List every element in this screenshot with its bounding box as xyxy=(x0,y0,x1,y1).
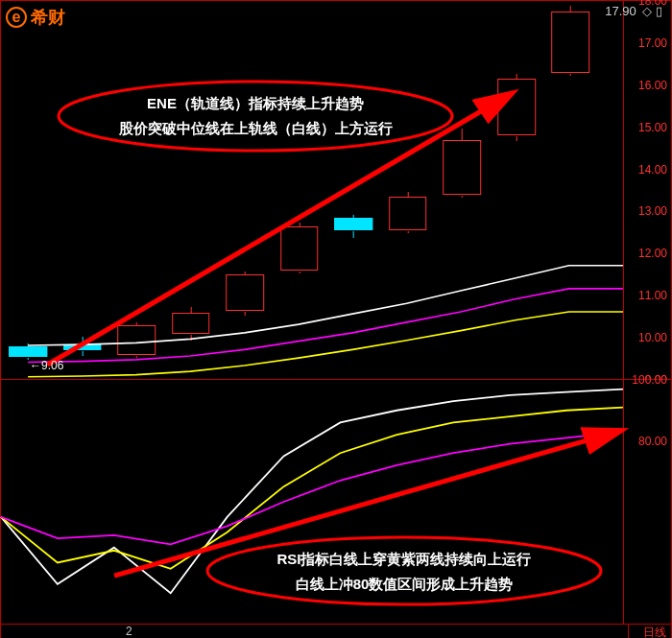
annotation-ene-line1: ENE（轨道线）指标持续上升趋势 xyxy=(77,91,434,116)
annotation-ene-line2: 股价突破中位线在上轨线（白线）上方运行 xyxy=(77,116,434,141)
y-tick: 10.00 xyxy=(638,331,667,344)
top-right-glyphs: ◇ ▯ xyxy=(642,4,662,18)
brand-name: 希财 xyxy=(31,6,65,29)
annotation-rsi-line2: 白线上冲80数值区间形成上升趋势 xyxy=(226,572,583,597)
price-panel: 9.0010.0011.0012.0013.0014.0015.0016.001… xyxy=(0,0,672,379)
annotation-rsi-line1: RSI指标白线上穿黄紫两线持续向上运行 xyxy=(226,547,583,572)
y-tick: 14.00 xyxy=(638,163,667,177)
rsi-y-axis: 80.00100.00 xyxy=(623,380,671,624)
top-right-readout: 17.90 ◇ ▯ xyxy=(602,4,662,18)
last-price-label: 17.90 xyxy=(605,4,636,18)
x-tick: 2 xyxy=(126,625,132,638)
low-marker: ←9.06 xyxy=(30,359,63,372)
x-axis-footer: 2 日线 xyxy=(0,624,672,638)
timeframe-label: 日线 xyxy=(643,625,666,638)
annotation-rsi: RSI指标白线上穿黄紫两线持续向上运行 白线上冲80数值区间形成上升趋势 xyxy=(203,533,606,608)
y-tick: 100.00 xyxy=(632,373,667,387)
y-tick: 80.00 xyxy=(638,435,667,448)
price-plot[interactable] xyxy=(1,1,623,379)
y-tick: 15.00 xyxy=(638,121,667,134)
brand-logo: e 希财 xyxy=(6,6,65,29)
price-y-axis: 9.0010.0011.0012.0013.0014.0015.0016.001… xyxy=(623,1,671,379)
ene-lines xyxy=(1,1,623,379)
y-tick: 11.00 xyxy=(638,289,667,302)
annotation-ene: ENE（轨道线）指标持续上升趋势 股价突破中位线在上轨线（白线）上方运行 xyxy=(54,78,457,154)
rsi-panel: 80.00100.00 RSI指标白线上穿黄紫两线持续向上运行 白线上冲80数值… xyxy=(0,379,672,624)
y-tick: 12.00 xyxy=(638,247,667,260)
brand-mark: e xyxy=(6,7,27,28)
y-tick: 13.00 xyxy=(638,204,667,218)
y-tick: 16.00 xyxy=(638,79,667,92)
y-tick: 17.00 xyxy=(638,36,667,50)
